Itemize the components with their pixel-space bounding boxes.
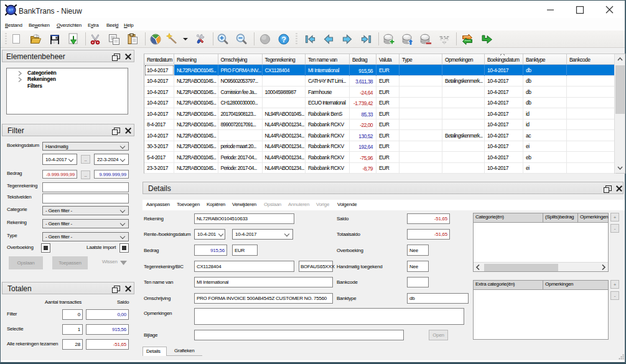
svg-text:?: ? <box>281 35 286 44</box>
svg-text:BT: BT <box>9 8 14 12</box>
